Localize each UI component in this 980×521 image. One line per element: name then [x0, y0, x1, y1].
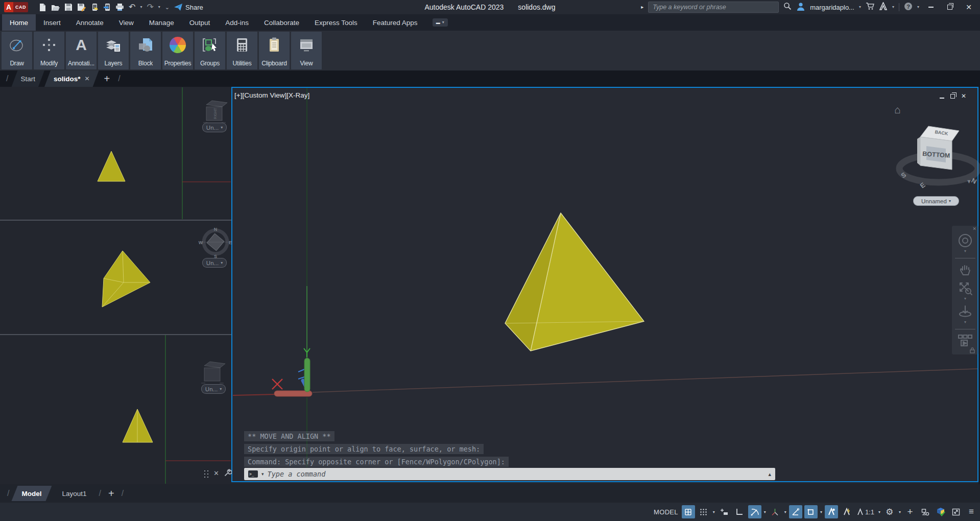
viewport3-tetrahedron[interactable]	[123, 409, 153, 442]
viewcube-left-face[interactable]	[917, 137, 920, 165]
redo-icon[interactable]: ↷	[147, 3, 153, 11]
tab-add-ins[interactable]: Add-ins	[218, 14, 256, 31]
file-tab-start[interactable]: Start	[11, 70, 44, 87]
orbit-dropdown-icon[interactable]: ▾	[964, 320, 966, 324]
autodesk-dropdown-icon[interactable]: ▾	[892, 5, 894, 9]
panel-block[interactable]: Block	[130, 32, 161, 69]
panel-view[interactable]: View	[291, 32, 322, 69]
panel-utilities[interactable]: Utilities	[227, 32, 257, 69]
showmotion-icon[interactable]	[958, 334, 973, 347]
tab-annotate[interactable]: Annotate	[68, 14, 111, 31]
user-dropdown-icon[interactable]: ▾	[859, 5, 861, 9]
tab-manage[interactable]: Manage	[141, 14, 182, 31]
viewport-divider-2[interactable]	[0, 334, 231, 335]
grid-display-toggle[interactable]	[682, 505, 695, 518]
autodesk-app-icon[interactable]	[879, 2, 888, 12]
drawing-canvas[interactable]: RIGHT N W E S	[0, 87, 980, 484]
open-from-mobile-icon[interactable]	[91, 3, 99, 11]
redo-dropdown-icon[interactable]: ▾	[158, 5, 160, 9]
viewport2-mini-compass[interactable]: N W E S	[199, 227, 232, 259]
model-space-button[interactable]: MODEL	[652, 505, 680, 518]
workspace-switching-button[interactable]: ⚙	[883, 505, 896, 518]
polar-dropdown-icon[interactable]: ▾	[763, 510, 767, 514]
qat-customize-icon[interactable]: ⌄	[165, 5, 170, 10]
command-input-bar[interactable]: >_ ▾ Type a command ▴	[244, 468, 775, 480]
panel-draw[interactable]: Draw	[2, 32, 32, 69]
viewcube-menu-arrow-icon[interactable]: ▼	[966, 178, 972, 184]
search-expand-icon[interactable]: ▸	[641, 5, 643, 10]
ortho-mode-toggle[interactable]	[733, 505, 746, 518]
save-icon[interactable]	[64, 3, 73, 11]
viewcube-home-icon[interactable]: ⌂	[894, 104, 901, 116]
scale-dropdown-icon[interactable]: ▾	[878, 510, 881, 514]
autocad-logo[interactable]: A CAD	[4, 2, 28, 12]
command-prompt-icon[interactable]: >_	[248, 470, 258, 478]
isometric-drafting-toggle[interactable]	[769, 505, 782, 518]
user-avatar-icon[interactable]	[796, 2, 805, 13]
tab-featured-apps[interactable]: Featured Apps	[365, 14, 425, 31]
isolate-objects-button[interactable]	[919, 505, 932, 518]
polar-tracking-toggle[interactable]	[748, 505, 761, 518]
annotation-scale-button[interactable]: 1:1	[855, 505, 876, 518]
navbar-close-icon[interactable]: ✕	[972, 226, 976, 231]
viewport2-viewname-pill[interactable]: Un... ▾	[202, 258, 227, 268]
annotation-autoscale-toggle[interactable]	[840, 505, 853, 518]
search-icon[interactable]	[783, 2, 792, 12]
undo-icon[interactable]: ↶	[129, 3, 135, 11]
viewport1-tetrahedron[interactable]	[98, 151, 125, 181]
search-input[interactable]	[648, 2, 779, 13]
recent-commands-dropdown-icon[interactable]: ▾	[261, 471, 264, 477]
save-as-icon[interactable]	[77, 3, 86, 11]
viewport-divider-1[interactable]	[0, 220, 231, 221]
viewport1-viewname-pill[interactable]: Un... ▾	[202, 123, 227, 132]
customize-statusbar-button[interactable]: ≡	[965, 505, 978, 518]
tab-collaborate[interactable]: Collaborate	[256, 14, 307, 31]
minimize-button[interactable]	[924, 2, 938, 13]
help-icon[interactable]: ?	[904, 2, 913, 13]
tab-output[interactable]: Output	[182, 14, 218, 31]
workspace-dropdown-icon[interactable]: ▾	[898, 510, 901, 514]
navbar-lock-icon[interactable]	[969, 347, 975, 353]
panel-modify[interactable]: Modify	[34, 32, 64, 69]
viewport3-viewname-pill[interactable]: Un... ▾	[201, 384, 226, 394]
panel-clipboard[interactable]: Clipboard	[259, 32, 290, 69]
undo-dropdown-icon[interactable]: ▾	[140, 5, 142, 9]
file-tab-close-icon[interactable]: ✕	[84, 75, 89, 82]
zoom-dropdown-icon[interactable]: ▾	[964, 297, 966, 301]
cart-icon[interactable]	[866, 2, 874, 12]
command-customize-wrench-icon[interactable]	[223, 469, 232, 478]
navwheel-dropdown-icon[interactable]: ▾	[964, 249, 966, 253]
tab-layout1[interactable]: Layout1	[52, 486, 97, 501]
object-snap-toggle[interactable]	[804, 505, 818, 518]
viewport-restore-button[interactable]	[950, 91, 955, 101]
crosshair-plus-button[interactable]: +	[903, 505, 917, 518]
close-button[interactable]: ✕	[962, 2, 976, 13]
panel-layers[interactable]: Layers	[98, 32, 129, 69]
isometric-dropdown-icon[interactable]: ▾	[784, 510, 787, 514]
tab-express-tools[interactable]: Express Tools	[307, 14, 365, 31]
viewport1-mini-viewcube[interactable]: RIGHT	[203, 101, 227, 123]
viewport-minimize-button[interactable]	[940, 91, 944, 101]
send-to-mobile-icon[interactable]	[103, 3, 111, 11]
osnap-dropdown-icon[interactable]: ▾	[820, 510, 823, 514]
object-snap-tracking-toggle[interactable]	[789, 505, 802, 518]
ribbon-display-toggle[interactable]: ▬ ▾	[433, 18, 448, 27]
new-file-icon[interactable]	[38, 3, 46, 11]
open-file-icon[interactable]	[51, 3, 60, 11]
command-history-expand-icon[interactable]: ▴	[768, 471, 771, 478]
new-drawing-button[interactable]: +	[99, 74, 115, 84]
tab-view[interactable]: View	[111, 14, 141, 31]
clean-screen-button[interactable]	[949, 505, 963, 518]
ucs-icon[interactable]	[272, 348, 312, 396]
viewport-controls-label[interactable]: [+][Custom View][X-Ray]	[234, 91, 309, 99]
share-button[interactable]: Share	[174, 4, 203, 11]
navigation-wheel-icon[interactable]: ▾	[958, 233, 973, 253]
viewport2-tetrahedron[interactable]	[102, 251, 150, 307]
file-tab-solidos[interactable]: solidos* ✕	[44, 70, 99, 87]
annotation-visibility-toggle[interactable]	[825, 505, 838, 518]
new-layout-button[interactable]: +	[103, 488, 119, 499]
pan-hand-icon[interactable]	[958, 263, 972, 277]
snap-dropdown-icon[interactable]: ▾	[712, 510, 715, 514]
tab-model[interactable]: Model	[11, 486, 52, 501]
panel-annotation[interactable]: A Annotati...	[66, 32, 97, 69]
